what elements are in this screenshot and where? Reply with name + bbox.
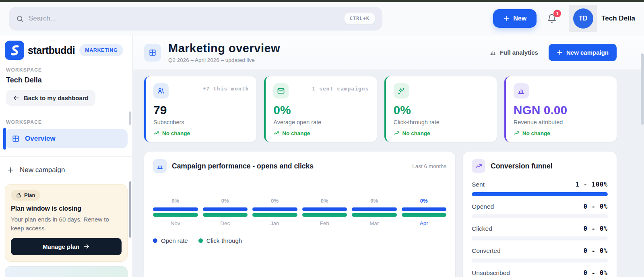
open-rate-bar bbox=[153, 207, 198, 211]
full-analytics-label: Full analytics bbox=[500, 49, 538, 56]
bar-value-label: 0% bbox=[402, 198, 447, 204]
x-axis-label: Mar bbox=[352, 220, 397, 226]
trend-up-icon bbox=[394, 130, 400, 136]
bar-value-label: 0% bbox=[302, 198, 347, 204]
funnel-row-clicked: Clicked 0 - 0% bbox=[472, 225, 608, 240]
stat-label: Revenue attributed bbox=[514, 119, 609, 125]
sidebar-scrollbar[interactable] bbox=[129, 111, 131, 125]
back-button-label: Back to my dashboard bbox=[24, 94, 89, 101]
main-content: Marketing overview Q2 2026 – April 2026 … bbox=[133, 35, 644, 277]
new-button[interactable]: New bbox=[493, 9, 537, 28]
funnel-bar-fill bbox=[472, 192, 608, 196]
funnel-label: Converted bbox=[472, 247, 501, 254]
bar-chart-icon bbox=[489, 49, 496, 56]
search-input[interactable] bbox=[29, 14, 339, 23]
open-rate-bar bbox=[252, 207, 297, 211]
workspace-name: Tech Della bbox=[0, 76, 132, 84]
search-icon bbox=[16, 15, 24, 23]
funnel-row-sent: Sent 1 - 100% bbox=[472, 181, 608, 196]
funnel-label: Clicked bbox=[472, 225, 492, 232]
chart-icon bbox=[153, 159, 167, 173]
bar-chart-icon bbox=[514, 83, 529, 98]
stat-value: 79 bbox=[153, 103, 249, 117]
stat-change-label: No change bbox=[402, 130, 430, 136]
chart-range: Last 6 months bbox=[412, 163, 446, 169]
manage-plan-label: Manage plan bbox=[43, 243, 79, 250]
new-campaign-label: New campaign bbox=[20, 166, 65, 174]
notification-badge: 1 bbox=[553, 10, 561, 17]
stat-card-open-rate: 1 sent campaigns 0% Average open rate No… bbox=[264, 76, 376, 142]
funnel-title: Conversion funnel bbox=[491, 162, 553, 170]
funnel-bar-track bbox=[472, 192, 608, 196]
legend-label: Open rate bbox=[161, 237, 188, 244]
stat-value: 0% bbox=[394, 103, 489, 117]
legend-open-rate: Open rate bbox=[153, 237, 188, 244]
bar-chart: 0% Nov 0% Dec 0% bbox=[153, 198, 446, 226]
stat-meta: 1 sent campaigns bbox=[312, 83, 369, 92]
user-avatar-button[interactable]: TD bbox=[569, 5, 597, 32]
chart-column: 0% Jan bbox=[252, 198, 297, 226]
plus-icon bbox=[503, 15, 510, 22]
mail-icon bbox=[273, 83, 289, 98]
full-analytics-button[interactable]: Full analytics bbox=[489, 49, 538, 56]
overview-grid-icon bbox=[144, 44, 161, 62]
sidebar-item-new-campaign[interactable]: New campaign bbox=[0, 159, 132, 181]
funnel-row-unsubscribed: Unsubscribed 0 - 0% bbox=[472, 269, 608, 277]
search-shortcut-badge: CTRL+K bbox=[344, 12, 375, 25]
click-through-bar bbox=[153, 213, 198, 217]
nav-section-label: WORKSPACE bbox=[0, 119, 132, 125]
manage-plan-button[interactable]: Manage plan bbox=[11, 238, 122, 255]
page-scrollbar-thumb[interactable] bbox=[641, 53, 644, 125]
click-through-bar bbox=[302, 213, 347, 217]
sidebar-item-overview[interactable]: Overview bbox=[5, 129, 128, 148]
sidebar-scrollbar-thumb[interactable] bbox=[129, 181, 131, 238]
top-bar: CTRL+K New 1 TD Tech Della bbox=[0, 2, 644, 35]
avatar: TD bbox=[573, 8, 593, 29]
legend-click-through: Click-through bbox=[198, 237, 242, 244]
bar-value-label: 0% bbox=[252, 198, 297, 204]
chart-legend: Open rate Click-through bbox=[153, 237, 446, 244]
campaign-performance-card: Campaign performance - opens and clicks … bbox=[144, 152, 455, 277]
stat-change: No change bbox=[394, 130, 489, 136]
funnel-bar-track bbox=[472, 214, 608, 218]
lock-icon bbox=[16, 193, 21, 198]
click-through-bar bbox=[252, 213, 297, 217]
brand-badge: MARKETING bbox=[79, 44, 123, 56]
trend-up-icon bbox=[153, 130, 159, 136]
brand-name: startbuddi bbox=[28, 45, 75, 56]
click-through-bar bbox=[402, 213, 447, 217]
sidebar-item-label: Overview bbox=[25, 135, 56, 143]
new-campaign-button[interactable]: New campaign bbox=[549, 44, 617, 61]
stat-change: No change bbox=[514, 130, 609, 136]
notifications-button[interactable]: 1 bbox=[547, 13, 557, 24]
search-box[interactable]: CTRL+K bbox=[9, 7, 382, 31]
users-icon bbox=[153, 83, 169, 98]
back-to-dashboard-button[interactable]: Back to my dashboard bbox=[6, 90, 95, 106]
funnel-label: Sent bbox=[472, 181, 485, 188]
plan-badge-label: Plan bbox=[24, 192, 35, 198]
bar-value-label: 0% bbox=[203, 198, 248, 204]
stat-label: Average open rate bbox=[273, 119, 369, 125]
stat-meta: +7 this month bbox=[203, 83, 249, 92]
funnel-row-converted: Converted 0 - 0% bbox=[472, 247, 608, 263]
stat-change-label: No change bbox=[522, 130, 550, 136]
conversion-funnel-card: Conversion funnel Sent 1 - 100% bbox=[463, 152, 617, 277]
open-rate-bar bbox=[302, 207, 347, 211]
funnel-value: 0 - 0% bbox=[584, 269, 608, 277]
stat-change-label: No change bbox=[282, 130, 310, 136]
funnel-value: 0 - 0% bbox=[584, 225, 608, 232]
user-name: Tech Della bbox=[601, 14, 635, 23]
sidebar: startbuddi MARKETING WORKSPACE Tech Dell… bbox=[0, 35, 133, 277]
startbuddi-logo-icon bbox=[5, 41, 24, 60]
stat-value: 0% bbox=[273, 103, 369, 117]
funnel-label: Opened bbox=[472, 203, 494, 210]
divider bbox=[0, 112, 132, 112]
chart-column-highlighted: 0% Apr bbox=[402, 198, 447, 226]
x-axis-label: Nov bbox=[153, 220, 198, 226]
stat-card-revenue: NGN 0.00 Revenue attributed No change bbox=[504, 76, 617, 142]
open-rate-bar bbox=[352, 207, 397, 211]
divider bbox=[0, 156, 132, 157]
stat-change: No change bbox=[273, 130, 369, 136]
trend-up-icon bbox=[273, 130, 279, 136]
page-subtitle: Q2 2026 – April 2026 – updated live bbox=[168, 57, 280, 63]
